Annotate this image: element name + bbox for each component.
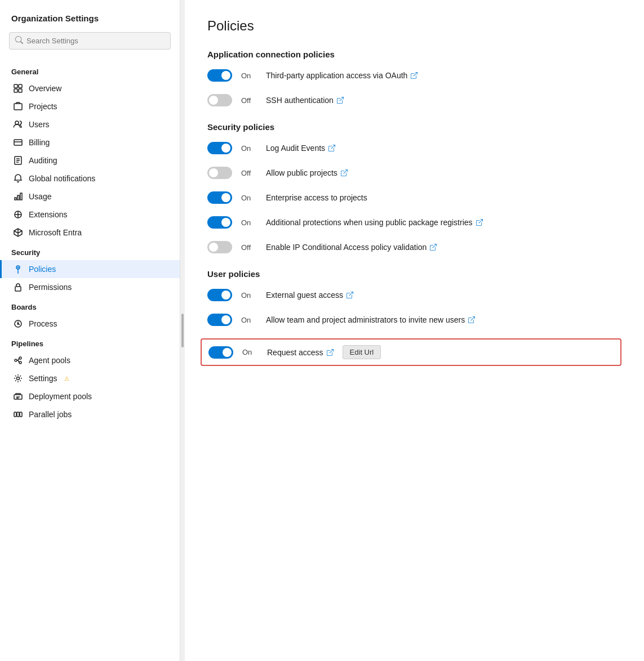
oauth-link-icon[interactable]	[411, 72, 418, 79]
toggle-ip-conditional-label: Off	[241, 243, 257, 252]
invite-users-link-icon[interactable]	[468, 316, 475, 323]
policy-row-invite-users: On Allow team and project administrators…	[207, 314, 621, 326]
section-security: Security	[0, 242, 180, 260]
sidebar-item-settings[interactable]: Settings ⚠	[0, 369, 180, 387]
toggle-public-package[interactable]	[207, 216, 232, 229]
sidebar-item-deployment-pools-label: Deployment pools	[29, 392, 92, 401]
sidebar-item-overview-label: Overview	[29, 84, 61, 93]
public-projects-link-icon[interactable]	[341, 169, 348, 176]
user-policies-section: User policies On External guest access O…	[207, 269, 621, 366]
app-connection-section: Application connection policies On Third…	[207, 50, 621, 106]
policy-row-public-package: On Additional protections when using pub…	[207, 216, 621, 229]
toggle-request-access[interactable]	[208, 346, 233, 359]
process-icon	[13, 319, 23, 329]
svg-point-13	[17, 267, 19, 269]
sidebar-item-extensions-label: Extensions	[29, 210, 67, 219]
settings-icon	[13, 373, 23, 383]
toggle-ssh[interactable]	[207, 94, 232, 106]
policy-row-log-audit: On Log Audit Events	[207, 142, 621, 154]
policy-ssh-label: SSH authentication	[266, 96, 344, 105]
policy-row-ssh: Off SSH authentication	[207, 94, 621, 106]
svg-rect-0	[14, 84, 17, 88]
policy-external-guest-label: External guest access	[266, 291, 353, 300]
svg-point-18	[19, 357, 21, 359]
sidebar-item-permissions-label: Permissions	[29, 283, 72, 292]
toggle-public-projects[interactable]	[207, 167, 232, 179]
policy-row-external-guest: On External guest access	[207, 289, 621, 301]
app-connection-title: Application connection policies	[207, 50, 621, 59]
security-policies-section: Security policies On Log Audit Events Of…	[207, 122, 621, 253]
svg-point-17	[15, 359, 17, 361]
sidebar-item-users-label: Users	[29, 120, 50, 129]
svg-rect-1	[19, 84, 22, 88]
user-policies-title: User policies	[207, 269, 621, 279]
sidebar-item-global-notifications[interactable]: Global notifications	[0, 169, 180, 187]
sidebar-item-settings-label: Settings	[29, 374, 57, 383]
svg-rect-6	[14, 140, 22, 145]
toggle-external-guest[interactable]	[207, 289, 232, 301]
sidebar-item-parallel-jobs[interactable]: Parallel jobs	[0, 405, 180, 423]
toggle-log-audit[interactable]	[207, 142, 232, 154]
sidebar-item-process-label: Process	[29, 319, 57, 328]
ip-conditional-link-icon[interactable]	[430, 244, 437, 251]
sidebar-item-extensions[interactable]: Extensions	[0, 206, 180, 224]
sidebar-item-overview[interactable]: Overview	[0, 79, 180, 97]
toggle-enterprise-access[interactable]	[207, 191, 232, 204]
policy-log-audit-label: Log Audit Events	[266, 144, 335, 153]
sidebar-item-permissions[interactable]: Permissions	[0, 278, 180, 296]
svg-rect-4	[14, 104, 22, 110]
log-audit-link-icon[interactable]	[328, 145, 335, 151]
sidebar-item-usage[interactable]: Usage	[0, 187, 180, 206]
ssh-link-icon[interactable]	[337, 97, 344, 104]
sidebar-item-global-notifications-label: Global notifications	[29, 174, 95, 183]
toggle-log-audit-label: On	[241, 144, 257, 153]
toggle-oauth-label: On	[241, 72, 257, 80]
usage-icon	[13, 191, 23, 202]
sidebar: Organization Settings General Overview P…	[0, 0, 180, 661]
policies-icon	[13, 264, 23, 274]
external-guest-link-icon[interactable]	[347, 292, 353, 298]
sidebar-item-billing[interactable]: Billing	[0, 133, 180, 151]
sidebar-item-policies-label: Policies	[29, 265, 56, 274]
users-icon	[13, 119, 23, 129]
parallel-jobs-icon	[13, 409, 23, 419]
toggle-ip-conditional[interactable]	[207, 241, 232, 253]
projects-icon	[13, 101, 23, 111]
sidebar-item-auditing[interactable]: Auditing	[0, 151, 180, 169]
sidebar-item-users[interactable]: Users	[0, 115, 180, 133]
page-title: Policies	[207, 18, 621, 34]
policy-row-enterprise-access: On Enterprise access to projects	[207, 191, 621, 204]
policy-invite-users-label: Allow team and project administrators to…	[266, 315, 475, 324]
sidebar-item-process[interactable]: Process	[0, 315, 180, 333]
svg-rect-23	[17, 412, 19, 417]
svg-rect-22	[14, 412, 16, 417]
sidebar-item-deployment-pools[interactable]: Deployment pools	[0, 387, 180, 405]
sidebar-item-microsoft-entra-label: Microsoft Entra	[29, 228, 82, 237]
sidebar-item-policies[interactable]: Policies	[0, 260, 180, 278]
search-box[interactable]	[9, 32, 171, 50]
sidebar-item-billing-label: Billing	[29, 138, 50, 147]
search-input[interactable]	[26, 37, 165, 45]
sidebar-item-agent-pools[interactable]: Agent pools	[0, 351, 180, 369]
permissions-icon	[13, 282, 23, 292]
sidebar-item-microsoft-entra[interactable]: Microsoft Entra	[0, 224, 180, 242]
edit-url-button[interactable]: Edit Url	[343, 345, 381, 359]
sidebar-divider	[180, 0, 185, 661]
toggle-oauth[interactable]	[207, 69, 232, 82]
sidebar-item-parallel-jobs-label: Parallel jobs	[29, 410, 72, 419]
section-boards: Boards	[0, 296, 180, 315]
svg-rect-14	[15, 287, 21, 291]
svg-point-5	[15, 121, 19, 124]
svg-point-20	[17, 377, 20, 380]
policy-ip-conditional-label: Enable IP Conditional Access policy vali…	[266, 243, 437, 252]
request-access-link-icon[interactable]	[327, 349, 334, 356]
agent-pools-icon	[13, 355, 23, 365]
public-package-link-icon[interactable]	[476, 219, 483, 226]
svg-rect-9	[17, 195, 19, 200]
svg-rect-3	[19, 89, 22, 92]
sidebar-item-usage-label: Usage	[29, 192, 51, 201]
toggle-invite-users[interactable]	[207, 314, 232, 326]
sidebar-item-projects[interactable]: Projects	[0, 97, 180, 115]
security-policies-title: Security policies	[207, 122, 621, 132]
policy-public-projects-label: Allow public projects	[266, 168, 348, 177]
